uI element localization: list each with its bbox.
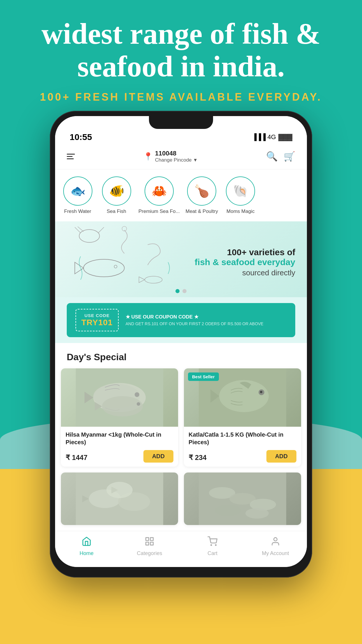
- phone-notch: [149, 116, 213, 129]
- svg-point-7: [145, 276, 162, 283]
- hero-title: widest range of fish & seafood in india.: [17, 18, 345, 83]
- coupon-box[interactable]: USE CODE TRY101 ★ USE OUR COUPON CODE ★ …: [67, 303, 295, 337]
- category-item-seafish[interactable]: 🐠 Sea Fish: [100, 176, 133, 214]
- hero-section: widest range of fish & seafood in india.…: [0, 18, 362, 103]
- coupon-details: ★ USE OUR COUPON CODE ★ AND GET RS.101 O…: [126, 314, 287, 326]
- banner-dot-2: [182, 289, 187, 293]
- category-label-freshwater: Fresh Water: [64, 209, 91, 214]
- svg-point-34: [274, 538, 277, 541]
- search-button[interactable]: 🔍: [266, 151, 278, 162]
- svg-point-21: [106, 482, 133, 498]
- cart-button[interactable]: 🛒: [284, 151, 295, 162]
- category-label-premium: Premium Sea Fo...: [138, 209, 180, 214]
- product-card-hilsa: Hilsa Myanmar <1kg (Whole-Cut in Pieces)…: [61, 368, 178, 467]
- product-card-3: [61, 473, 178, 525]
- battery-icon: ▓▓▓: [278, 133, 292, 141]
- bottom-navigation: Home Categories: [55, 531, 307, 567]
- account-icon: [270, 536, 280, 549]
- product-name-hilsa: Hilsa Myanmar <1kg (Whole-Cut in Pieces): [66, 431, 173, 446]
- hilsa-fish-svg: [61, 368, 178, 427]
- signal-icon: ▐▐▐ 4G: [252, 133, 276, 141]
- fish-svg: [55, 221, 194, 297]
- svg-rect-28: [146, 538, 149, 540]
- nav-label-categories: Categories: [137, 550, 162, 556]
- status-time: 10:55: [70, 132, 92, 142]
- category-label-meat: Meat & Poultry: [185, 209, 218, 214]
- coupon-description: AND GET RS.101 OFF ON YOUR FIRST 2 ODERS…: [126, 321, 287, 326]
- days-special-header: Day's Special: [55, 343, 307, 368]
- product-price-hilsa: ₹ 1447: [66, 454, 87, 462]
- product-footer-hilsa: ₹ 1447 ADD: [61, 450, 178, 467]
- category-label-moms: Moms Magic: [226, 209, 254, 214]
- banner-title: 100+ varieties of: [195, 247, 295, 257]
- product-name-katla: Katla/Catla 1-1.5 KG (Whole-Cut in Piece…: [189, 431, 296, 446]
- category-item-meat[interactable]: 🍗 Meat & Poultry: [185, 176, 219, 214]
- svg-line-3: [98, 227, 104, 233]
- svg-point-33: [215, 545, 216, 546]
- svg-point-5: [84, 259, 124, 277]
- add-button-hilsa[interactable]: ADD: [143, 450, 173, 463]
- svg-rect-30: [146, 542, 149, 545]
- svg-point-6: [114, 265, 117, 268]
- coupon-code: TRY101: [81, 318, 113, 327]
- category-icon-seafish: 🐠: [102, 176, 131, 206]
- phone-frame: 10:55 ▐▐▐ 4G ▓▓▓ 📍 110048 Change Pincode: [50, 111, 312, 578]
- coupon-title: ★ USE OUR COUPON CODE ★: [126, 314, 287, 320]
- product-card-katla: Best Seller: [184, 368, 301, 467]
- phone-mockup: 10:55 ▐▐▐ 4G ▓▓▓ 📍 110048 Change Pincode: [50, 111, 312, 578]
- fish3-svg: [61, 473, 178, 525]
- category-label-seafish: Sea Fish: [107, 209, 126, 214]
- pincode: 110048: [155, 150, 198, 157]
- svg-rect-29: [150, 538, 153, 540]
- app-header: 📍 110048 Change Pincode ▼ 🔍 🛒: [55, 145, 307, 169]
- change-pincode-label: Change Pincode ▼: [155, 157, 198, 163]
- location-pin-icon: 📍: [143, 152, 153, 161]
- nav-label-account: My Account: [262, 550, 289, 556]
- best-seller-badge: Best Seller: [188, 372, 219, 381]
- products-grid: Hilsa Myanmar <1kg (Whole-Cut in Pieces)…: [55, 368, 307, 531]
- category-icon-freshwater: 🐟: [63, 176, 92, 206]
- category-item-premium[interactable]: 🦀 Premium Sea Fo...: [138, 176, 180, 214]
- fish4-svg: [184, 473, 301, 525]
- banner-subtitle: sourced directly: [195, 268, 295, 277]
- nav-item-home[interactable]: Home: [69, 536, 104, 556]
- nav-item-account[interactable]: My Account: [258, 536, 293, 556]
- add-button-katla[interactable]: ADD: [266, 450, 296, 463]
- product-image-4: [184, 473, 301, 525]
- coupon-area: USE CODE TRY101 ★ USE OUR COUPON CODE ★ …: [55, 297, 307, 343]
- banner-dot-1: [175, 289, 180, 293]
- banner-dots: [175, 289, 187, 293]
- category-item-moms[interactable]: 🐚 Moms Magic: [224, 176, 257, 214]
- nav-item-categories[interactable]: Categories: [132, 536, 167, 556]
- product-image-hilsa: [61, 368, 178, 427]
- category-icon-moms: 🐚: [226, 176, 255, 206]
- category-icon-meat: 🍗: [187, 176, 216, 206]
- location-area[interactable]: 📍 110048 Change Pincode ▼: [143, 150, 198, 163]
- svg-point-13: [137, 402, 140, 406]
- phone-screen: 10:55 ▐▐▐ 4G ▓▓▓ 📍 110048 Change Pincode: [55, 116, 307, 567]
- product-image-katla: Best Seller: [184, 368, 301, 427]
- category-icon-premium: 🦀: [145, 176, 174, 206]
- product-price-katla: ₹ 234: [189, 454, 207, 462]
- menu-button[interactable]: [67, 154, 75, 159]
- promo-banner: 100+ varieties of fish & seafood everyda…: [55, 221, 307, 297]
- nav-label-home: Home: [80, 550, 94, 556]
- home-icon: [82, 536, 92, 549]
- banner-fish-illustration: [55, 221, 194, 297]
- product-info-katla: Katla/Catla 1-1.5 KG (Whole-Cut in Piece…: [184, 427, 301, 450]
- svg-point-0: [79, 230, 100, 242]
- nav-item-cart[interactable]: Cart: [195, 536, 230, 556]
- location-text: 110048 Change Pincode ▼: [155, 150, 198, 163]
- use-code-label: USE CODE: [81, 313, 113, 318]
- dropdown-arrow-icon: ▼: [193, 158, 198, 162]
- header-actions: 🔍 🛒: [266, 151, 295, 162]
- product-image-3: [61, 473, 178, 525]
- days-special-title: Day's Special: [67, 352, 295, 363]
- svg-rect-31: [150, 542, 153, 545]
- cart-nav-icon: [208, 536, 217, 549]
- category-item-freshwater[interactable]: 🐟 Fresh Water: [61, 176, 94, 214]
- categories-row: 🐟 Fresh Water 🐠 Sea Fish 🦀 Premium Sea F…: [55, 169, 307, 221]
- hero-subtitle: 100+ FRESH ITEMS AVAILABLE EVERYDAY.: [17, 91, 345, 103]
- banner-text: 100+ varieties of fish & seafood everyda…: [195, 247, 295, 277]
- categories-icon: [145, 536, 154, 549]
